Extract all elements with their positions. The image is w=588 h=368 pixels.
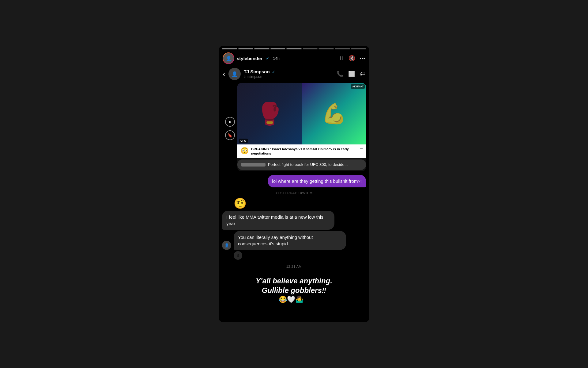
shared-post-container: ➤ 🔖 🥊 UFC 💪 AKHMAT 😳 xyxy=(222,83,366,171)
progress-segment xyxy=(318,48,334,49)
msg-avatar-2: 👤 xyxy=(222,241,231,250)
progress-segment xyxy=(351,48,366,49)
video-button[interactable]: ⬜ xyxy=(348,71,355,77)
call-button[interactable]: 📞 xyxy=(337,71,343,77)
more-button[interactable]: ••• xyxy=(360,56,365,61)
news-title: BREAKING : Israel Adesanya vs Khamzat Ch… xyxy=(251,147,363,156)
story-username: stylebender xyxy=(237,56,262,61)
story-bottom-section: Y'all believe anything. Gullible gobbler… xyxy=(222,271,366,310)
progress-segment xyxy=(270,48,286,49)
progress-segment xyxy=(238,48,254,49)
news-snippet: 😳 ••• BREAKING : Israel Adesanya vs Kham… xyxy=(237,144,366,158)
back-button[interactable]: ‹ xyxy=(223,69,225,79)
sent-bubble-1: lol where are they getting this bullshit… xyxy=(268,175,366,187)
story-time: 14h xyxy=(273,56,280,61)
progress-segment xyxy=(222,48,237,49)
received-msg-1-wrapper: I feel like MMA twitter media is at a ne… xyxy=(222,211,366,230)
tag-button[interactable]: 🏷 xyxy=(360,71,365,77)
dm-header: ‹ 👤 TJ Simpson ✓ timsimpson 📞 ⬜ 🏷 xyxy=(219,67,369,83)
dm-actions: 📞 ⬜ 🏷 xyxy=(337,71,365,77)
progress-segment xyxy=(303,48,318,49)
story-progress xyxy=(219,46,369,51)
progress-segment xyxy=(335,48,350,49)
sent-message-wrapper: lol where are they getting this bullshit… xyxy=(222,175,366,187)
timestamp-2: 12:21 AM xyxy=(222,265,366,268)
bookmark-icon[interactable]: 🔖 xyxy=(225,130,235,140)
news-more-icon: ••• xyxy=(360,147,363,150)
dm-username: TJ Simpson xyxy=(244,69,270,74)
dm-avatar: 👤 xyxy=(228,68,241,80)
news-emoji: 😳 xyxy=(240,147,249,155)
forward-icon[interactable]: ➤ xyxy=(225,117,235,127)
dm-handle: timsimpson xyxy=(244,75,334,79)
phone-frame: 👤 stylebender ✓ 14h ⏸ 🔇 ••• ‹ 👤 TJ Simps… xyxy=(219,46,369,322)
timestamp-1: YESTERDAY 10:51PM xyxy=(222,191,366,195)
pause-button[interactable]: ⏸ xyxy=(339,55,344,62)
received-bubble-1: I feel like MMA twitter media is at a ne… xyxy=(222,211,334,230)
received-msg-2-row: 👤 You can literally say anything without… xyxy=(222,231,366,250)
fighter-photos: 🥊 UFC 💪 AKHMAT xyxy=(237,83,366,144)
story-header: 👤 stylebender ✓ 14h ⏸ 🔇 ••• xyxy=(219,51,369,67)
mute-button[interactable]: 🔇 xyxy=(349,55,355,62)
caption-sender-bar xyxy=(241,163,266,167)
shared-caption: Perfect fight to book for UFC 300, to de… xyxy=(237,159,366,170)
progress-segment xyxy=(286,48,302,49)
dm-user-info: TJ Simpson ✓ timsimpson xyxy=(244,69,334,79)
story-avatar[interactable]: 👤 xyxy=(223,52,234,64)
typing-indicator: 🖥 xyxy=(234,251,242,260)
received-bubble-2: You can literally say anything without c… xyxy=(234,231,346,250)
story-emojis: 😂🤍🤷‍♂️ ✈ xyxy=(228,296,360,304)
story-line-1: Y'all believe anything. xyxy=(228,276,360,286)
fighter-photo-right: 💪 AKHMAT xyxy=(302,83,366,144)
story-line-2: Gullible gobblers‼ xyxy=(228,286,360,295)
verified-icon: ✓ xyxy=(266,56,269,61)
progress-segment xyxy=(254,48,270,49)
caption-text: Perfect fight to book for UFC 300, to de… xyxy=(268,162,348,167)
mma-image-card: 🥊 UFC 💪 AKHMAT 😳 ••• BREAKING : Israel A… xyxy=(237,83,366,171)
dm-verified: ✓ xyxy=(272,70,275,74)
action-icons: ➤ 🔖 xyxy=(225,83,235,171)
chat-content: ➤ 🔖 🥊 UFC 💪 AKHMAT 😳 xyxy=(219,83,369,322)
received-emoji: 🤨 xyxy=(234,197,366,209)
fighter-photo-left: 🥊 UFC xyxy=(237,83,302,144)
